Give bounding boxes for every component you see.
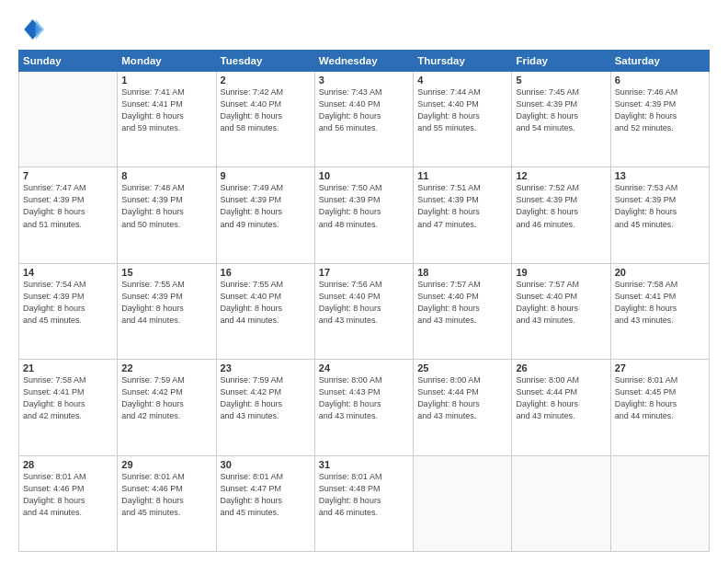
- calendar-cell: 25Sunrise: 8:00 AM Sunset: 4:44 PM Dayli…: [414, 360, 512, 455]
- calendar-cell: 16Sunrise: 7:55 AM Sunset: 4:40 PM Dayli…: [216, 263, 314, 359]
- calendar-cell: 8Sunrise: 7:48 AM Sunset: 4:39 PM Daylig…: [118, 167, 216, 263]
- day-info: Sunrise: 7:58 AM Sunset: 4:41 PM Dayligh…: [23, 374, 113, 422]
- weekday-header-thursday: Thursday: [414, 51, 512, 72]
- day-number: 3: [319, 75, 409, 86]
- day-number: 6: [615, 75, 705, 86]
- day-number: 2: [221, 75, 311, 86]
- day-number: 1: [121, 75, 211, 86]
- calendar-cell: 11Sunrise: 7:51 AM Sunset: 4:39 PM Dayli…: [414, 167, 512, 263]
- calendar-cell: 9Sunrise: 7:49 AM Sunset: 4:39 PM Daylig…: [216, 167, 314, 263]
- calendar-cell: 13Sunrise: 7:53 AM Sunset: 4:39 PM Dayli…: [610, 167, 709, 263]
- weekday-header-wednesday: Wednesday: [314, 51, 413, 72]
- calendar-cell: 7Sunrise: 7:47 AM Sunset: 4:39 PM Daylig…: [19, 167, 118, 263]
- day-number: 24: [319, 362, 409, 373]
- day-info: Sunrise: 7:57 AM Sunset: 4:40 PM Dayligh…: [516, 279, 606, 327]
- day-info: Sunrise: 8:01 AM Sunset: 4:46 PM Dayligh…: [121, 471, 211, 519]
- logo: [18, 17, 48, 42]
- day-number: 17: [319, 267, 409, 278]
- weekday-header-sunday: Sunday: [19, 51, 118, 72]
- day-number: 14: [23, 267, 113, 278]
- day-number: 25: [417, 362, 507, 373]
- day-number: 27: [615, 362, 705, 373]
- calendar-cell: 1Sunrise: 7:41 AM Sunset: 4:41 PM Daylig…: [118, 72, 216, 167]
- weekday-header-row: SundayMondayTuesdayWednesdayThursdayFrid…: [19, 51, 710, 72]
- day-number: 29: [121, 459, 211, 470]
- calendar-body: 1Sunrise: 7:41 AM Sunset: 4:41 PM Daylig…: [19, 72, 710, 552]
- day-number: 11: [417, 170, 507, 181]
- week-row-3: 14Sunrise: 7:54 AM Sunset: 4:39 PM Dayli…: [19, 263, 710, 359]
- day-info: Sunrise: 7:41 AM Sunset: 4:41 PM Dayligh…: [121, 86, 211, 134]
- calendar-cell: 3Sunrise: 7:43 AM Sunset: 4:40 PM Daylig…: [314, 72, 413, 167]
- day-info: Sunrise: 7:57 AM Sunset: 4:40 PM Dayligh…: [417, 279, 507, 327]
- calendar-table: SundayMondayTuesdayWednesdayThursdayFrid…: [18, 50, 710, 552]
- header: [18, 17, 710, 42]
- day-info: Sunrise: 7:48 AM Sunset: 4:39 PM Dayligh…: [121, 182, 211, 230]
- calendar-cell: 17Sunrise: 7:56 AM Sunset: 4:40 PM Dayli…: [314, 263, 413, 359]
- day-info: Sunrise: 8:01 AM Sunset: 4:46 PM Dayligh…: [23, 471, 113, 519]
- day-info: Sunrise: 8:00 AM Sunset: 4:43 PM Dayligh…: [319, 374, 409, 422]
- day-info: Sunrise: 7:52 AM Sunset: 4:39 PM Dayligh…: [516, 182, 606, 230]
- day-info: Sunrise: 7:50 AM Sunset: 4:39 PM Dayligh…: [319, 182, 409, 230]
- weekday-header-tuesday: Tuesday: [216, 51, 314, 72]
- day-number: 9: [221, 170, 311, 181]
- day-info: Sunrise: 7:59 AM Sunset: 4:42 PM Dayligh…: [121, 374, 211, 422]
- day-info: Sunrise: 7:55 AM Sunset: 4:39 PM Dayligh…: [121, 279, 211, 327]
- day-number: 26: [516, 362, 606, 373]
- weekday-header-monday: Monday: [118, 51, 216, 72]
- day-number: 22: [121, 362, 211, 373]
- calendar-cell: 22Sunrise: 7:59 AM Sunset: 4:42 PM Dayli…: [118, 360, 216, 455]
- day-info: Sunrise: 7:56 AM Sunset: 4:40 PM Dayligh…: [319, 279, 409, 327]
- day-info: Sunrise: 7:43 AM Sunset: 4:40 PM Dayligh…: [319, 86, 409, 134]
- calendar-cell: 28Sunrise: 8:01 AM Sunset: 4:46 PM Dayli…: [19, 455, 118, 551]
- day-info: Sunrise: 7:44 AM Sunset: 4:40 PM Dayligh…: [417, 86, 507, 134]
- day-number: 12: [516, 170, 606, 181]
- weekday-header-friday: Friday: [512, 51, 610, 72]
- day-info: Sunrise: 7:53 AM Sunset: 4:39 PM Dayligh…: [615, 182, 705, 230]
- day-number: 31: [319, 459, 409, 470]
- day-info: Sunrise: 7:55 AM Sunset: 4:40 PM Dayligh…: [221, 279, 311, 327]
- calendar-cell: 12Sunrise: 7:52 AM Sunset: 4:39 PM Dayli…: [512, 167, 610, 263]
- calendar-cell: 29Sunrise: 8:01 AM Sunset: 4:46 PM Dayli…: [118, 455, 216, 551]
- day-info: Sunrise: 7:59 AM Sunset: 4:42 PM Dayligh…: [221, 374, 311, 422]
- day-number: 21: [23, 362, 113, 373]
- calendar-cell: 18Sunrise: 7:57 AM Sunset: 4:40 PM Dayli…: [414, 263, 512, 359]
- calendar-cell: 15Sunrise: 7:55 AM Sunset: 4:39 PM Dayli…: [118, 263, 216, 359]
- calendar-cell: 19Sunrise: 7:57 AM Sunset: 4:40 PM Dayli…: [512, 263, 610, 359]
- week-row-1: 1Sunrise: 7:41 AM Sunset: 4:41 PM Daylig…: [19, 72, 710, 167]
- day-number: 4: [417, 75, 507, 86]
- calendar-cell: [512, 455, 610, 551]
- day-number: 7: [23, 170, 113, 181]
- calendar-cell: 24Sunrise: 8:00 AM Sunset: 4:43 PM Dayli…: [314, 360, 413, 455]
- calendar-cell: 20Sunrise: 7:58 AM Sunset: 4:41 PM Dayli…: [610, 263, 709, 359]
- calendar-cell: 31Sunrise: 8:01 AM Sunset: 4:48 PM Dayli…: [314, 455, 413, 551]
- day-number: 28: [23, 459, 113, 470]
- day-number: 15: [121, 267, 211, 278]
- calendar-cell: 2Sunrise: 7:42 AM Sunset: 4:40 PM Daylig…: [216, 72, 314, 167]
- weekday-header-saturday: Saturday: [610, 51, 709, 72]
- day-number: 18: [417, 267, 507, 278]
- svg-marker-1: [36, 19, 44, 40]
- calendar-cell: 21Sunrise: 7:58 AM Sunset: 4:41 PM Dayli…: [19, 360, 118, 455]
- week-row-2: 7Sunrise: 7:47 AM Sunset: 4:39 PM Daylig…: [19, 167, 710, 263]
- calendar-cell: [414, 455, 512, 551]
- day-number: 19: [516, 267, 606, 278]
- page: SundayMondayTuesdayWednesdayThursdayFrid…: [0, 0, 728, 563]
- day-info: Sunrise: 7:45 AM Sunset: 4:39 PM Dayligh…: [516, 86, 606, 134]
- day-info: Sunrise: 8:00 AM Sunset: 4:44 PM Dayligh…: [516, 374, 606, 422]
- calendar-cell: 10Sunrise: 7:50 AM Sunset: 4:39 PM Dayli…: [314, 167, 413, 263]
- day-number: 20: [615, 267, 705, 278]
- calendar-cell: [19, 72, 118, 167]
- day-info: Sunrise: 8:01 AM Sunset: 4:47 PM Dayligh…: [221, 471, 311, 519]
- calendar-cell: 6Sunrise: 7:46 AM Sunset: 4:39 PM Daylig…: [610, 72, 709, 167]
- day-info: Sunrise: 8:01 AM Sunset: 4:45 PM Dayligh…: [615, 374, 705, 422]
- calendar-cell: 26Sunrise: 8:00 AM Sunset: 4:44 PM Dayli…: [512, 360, 610, 455]
- calendar-header: SundayMondayTuesdayWednesdayThursdayFrid…: [19, 51, 710, 72]
- calendar-cell: 30Sunrise: 8:01 AM Sunset: 4:47 PM Dayli…: [216, 455, 314, 551]
- calendar-cell: 4Sunrise: 7:44 AM Sunset: 4:40 PM Daylig…: [414, 72, 512, 167]
- calendar-cell: 27Sunrise: 8:01 AM Sunset: 4:45 PM Dayli…: [610, 360, 709, 455]
- day-number: 5: [516, 75, 606, 86]
- logo-icon: [18, 17, 44, 42]
- day-info: Sunrise: 7:47 AM Sunset: 4:39 PM Dayligh…: [23, 182, 113, 230]
- week-row-4: 21Sunrise: 7:58 AM Sunset: 4:41 PM Dayli…: [19, 360, 710, 455]
- day-info: Sunrise: 7:42 AM Sunset: 4:40 PM Dayligh…: [221, 86, 311, 134]
